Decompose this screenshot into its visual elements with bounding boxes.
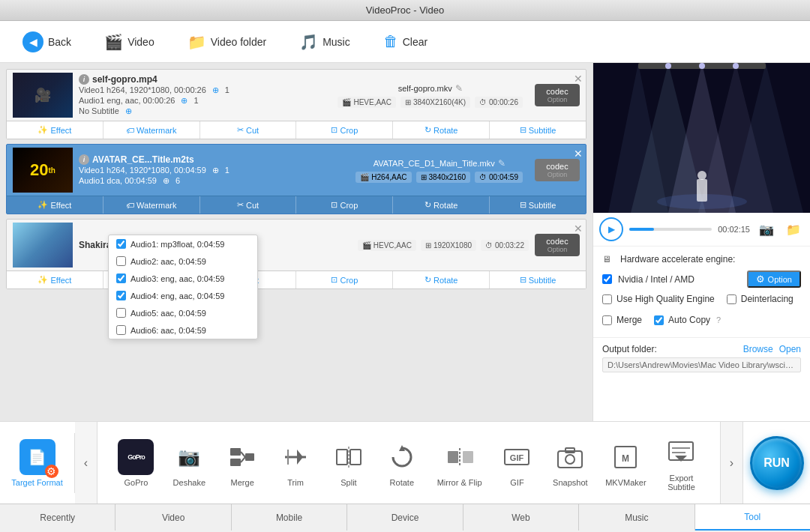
svg-rect-14 xyxy=(230,459,241,466)
tab-device[interactable]: Device xyxy=(347,504,463,531)
watermark-button-gopro[interactable]: 🏷 Watermark xyxy=(104,121,200,139)
target-format-label: Target Format xyxy=(11,478,62,487)
close-button-avatar[interactable]: ✕ xyxy=(574,148,583,160)
cut-button-gopro[interactable]: ✂ Cut xyxy=(200,121,297,139)
tool-snapshot[interactable]: Snapshot xyxy=(546,436,594,490)
rotate-icon: ↻ xyxy=(424,125,431,135)
effect-button-gopro[interactable]: ✨ Effect xyxy=(7,121,104,139)
rotate-button-avatar[interactable]: ↻ Rotate xyxy=(393,196,490,214)
video-select-gopro[interactable]: ⊕ xyxy=(212,85,219,95)
tool-gif[interactable]: GIF GIF xyxy=(493,436,541,490)
crop-button-gopro[interactable]: ⊡ Crop xyxy=(296,121,393,139)
audio-checkbox-3[interactable] xyxy=(116,273,126,283)
tool-merge[interactable]: Merge xyxy=(218,436,266,490)
codec-button-shakira[interactable]: codec Option xyxy=(535,234,580,256)
output-dur-badge-avatar: ⏱ 00:04:59 xyxy=(475,172,523,183)
video-folder-button[interactable]: 📁 Video folder xyxy=(177,28,277,55)
subtitle-button-gopro[interactable]: ⊟ Subtitle xyxy=(490,121,586,139)
video-item-gopro: 🎥 i self-gopro.mp4 Video1 h264, 1920*108… xyxy=(6,69,586,139)
effect-button-avatar[interactable]: ✨ Effect xyxy=(7,196,104,214)
audio-select-avatar[interactable]: ⊕ xyxy=(163,176,170,186)
tool-mirror-flip[interactable]: Mirror & Flip xyxy=(431,436,488,490)
svg-text:GIF: GIF xyxy=(510,453,524,462)
video-select-avatar[interactable]: ⊕ xyxy=(212,166,219,175)
tool-gopro[interactable]: GoPro GoPro xyxy=(112,436,160,490)
back-button[interactable]: ◀ Back xyxy=(12,27,82,57)
tool-deshake[interactable]: 📷 Deshake xyxy=(165,436,213,490)
svg-line-16 xyxy=(241,457,245,462)
audio-select-gopro[interactable]: ⊕ xyxy=(181,96,188,106)
audio-dropdown-item-3[interactable]: Audio3: eng, aac, 0:04:59 xyxy=(109,270,257,287)
tool-split[interactable]: Split xyxy=(325,436,373,490)
open-button[interactable]: Open xyxy=(779,344,801,354)
option-button[interactable]: ⚙ Option xyxy=(747,270,801,288)
video-folder-icon: 📁 xyxy=(188,33,206,51)
run-button[interactable]: RUN xyxy=(750,436,804,490)
edit-icon-gopro[interactable]: ✎ xyxy=(455,83,463,94)
browse-button[interactable]: Browse xyxy=(743,344,773,354)
edit-icon-avatar[interactable]: ✎ xyxy=(498,158,506,169)
codec-button-gopro[interactable]: codec Option xyxy=(535,84,580,106)
tool-export-subtitle[interactable]: ExportSubtitle xyxy=(657,432,705,495)
subtitle-select-gopro[interactable]: ⊕ xyxy=(125,106,132,116)
tab-video[interactable]: Video xyxy=(116,504,231,531)
music-button[interactable]: 🎵 Music xyxy=(289,28,361,55)
tab-web[interactable]: Web xyxy=(464,504,579,531)
output-dur-avatar: 00:04:59 xyxy=(489,173,518,181)
audio-dropdown-item-5[interactable]: Audio5: aac, 0:04:59 xyxy=(109,304,257,321)
audio-dropdown-item-1[interactable]: Audio1: mp3float, 0:04:59 xyxy=(109,235,257,253)
high-quality-checkbox[interactable] xyxy=(602,294,612,304)
effect-icon: ✨ xyxy=(38,125,48,135)
scroll-right-button[interactable]: › xyxy=(720,422,742,504)
rotate-button-shakira[interactable]: ↻ Rotate xyxy=(393,271,490,288)
video-button[interactable]: 🎬 Video xyxy=(94,28,165,55)
watermark-button-avatar[interactable]: 🏷 Watermark xyxy=(104,196,200,214)
progress-bar[interactable] xyxy=(629,228,712,231)
tool-mkvmaker[interactable]: M MKVMaker xyxy=(599,436,652,490)
close-button-gopro[interactable]: ✕ xyxy=(574,73,583,85)
tool-trim[interactable]: Trim xyxy=(272,436,320,490)
subtitle-icon-avatar: ⊟ xyxy=(520,200,526,210)
export-subtitle-icon xyxy=(668,439,694,466)
tab-tool[interactable]: Tool xyxy=(695,504,810,531)
audio-checkbox-1[interactable] xyxy=(116,239,126,249)
auto-copy-help[interactable]: ? xyxy=(716,315,721,324)
rotate-button-gopro[interactable]: ↻ Rotate xyxy=(393,121,490,139)
crop-button-shakira[interactable]: ⊡ Crop xyxy=(296,271,393,288)
play-button[interactable]: ▶ xyxy=(599,217,623,241)
tab-mobile[interactable]: Mobile xyxy=(232,504,347,531)
deinterlacing-checkbox[interactable] xyxy=(727,294,736,304)
audio-checkbox-2[interactable] xyxy=(116,256,126,266)
crop-button-avatar[interactable]: ⊡ Crop xyxy=(296,196,393,214)
audio-dropdown-item-4[interactable]: Audio4: eng, aac, 0:04:59 xyxy=(109,287,257,304)
main-content: 🎥 i self-gopro.mp4 Video1 h264, 1920*108… xyxy=(0,63,810,421)
output-dur-gopro: 00:00:26 xyxy=(489,98,518,106)
svg-marker-19 xyxy=(297,450,303,465)
tab-recently[interactable]: Recently xyxy=(0,504,116,531)
hw-icon: 🖥 xyxy=(602,254,611,265)
tab-music[interactable]: Music xyxy=(579,504,694,531)
audio-checkbox-6[interactable] xyxy=(116,325,126,335)
snapshot-button[interactable]: 📷 xyxy=(756,219,777,240)
split-icon xyxy=(335,444,362,471)
audio-dropdown-item-2[interactable]: Audio2: aac, 0:04:59 xyxy=(109,253,257,270)
scroll-left-button[interactable]: ‹ xyxy=(75,422,98,504)
tool-rotate[interactable]: Rotate xyxy=(378,436,426,490)
target-format[interactable]: 📄 Target Format xyxy=(0,433,75,493)
audio-checkbox-5[interactable] xyxy=(116,308,126,318)
effect-button-shakira[interactable]: ✨ Effect xyxy=(7,271,104,288)
cut-button-avatar[interactable]: ✂ Cut xyxy=(200,196,297,214)
audio-dropdown-item-6[interactable]: Audio6: aac, 0:04:59 xyxy=(109,321,257,339)
codec-button-avatar[interactable]: codec Option xyxy=(535,159,580,181)
preview-folder-button[interactable]: 📁 xyxy=(783,219,804,240)
output-codec-badge-avatar: 🎬 H264,AAC xyxy=(356,172,411,183)
subtitle-button-shakira[interactable]: ⊟ Subtitle xyxy=(490,271,586,288)
filename-gopro: self-gopro.mp4 xyxy=(92,74,158,85)
audio-checkbox-4[interactable] xyxy=(116,291,126,300)
merge-checkbox[interactable] xyxy=(602,315,612,325)
nvidia-checkbox[interactable] xyxy=(602,274,612,284)
auto-copy-checkbox[interactable] xyxy=(654,315,664,325)
subtitle-button-avatar[interactable]: ⊟ Subtitle xyxy=(490,196,586,214)
clear-button[interactable]: 🗑 Clear xyxy=(373,28,438,55)
close-button-shakira[interactable]: ✕ xyxy=(574,223,583,235)
